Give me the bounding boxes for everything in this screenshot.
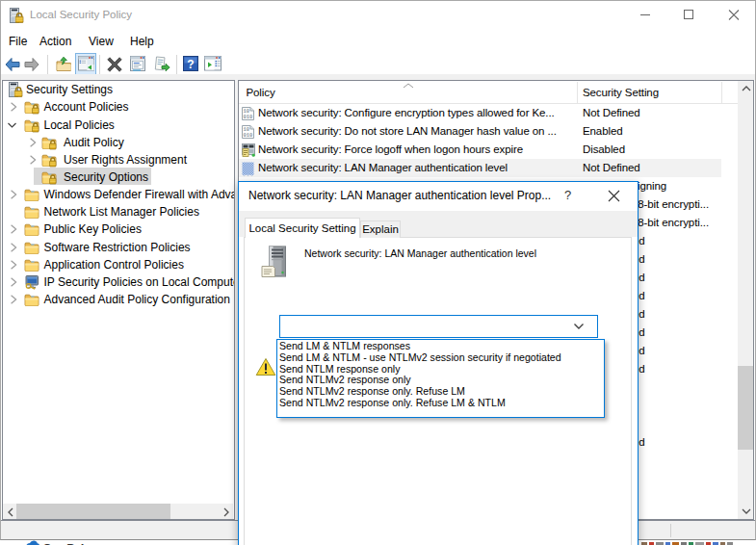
svg-text:?: ? bbox=[187, 58, 194, 71]
svg-text:010: 010 bbox=[244, 115, 253, 120]
svg-text:010: 010 bbox=[244, 133, 253, 139]
